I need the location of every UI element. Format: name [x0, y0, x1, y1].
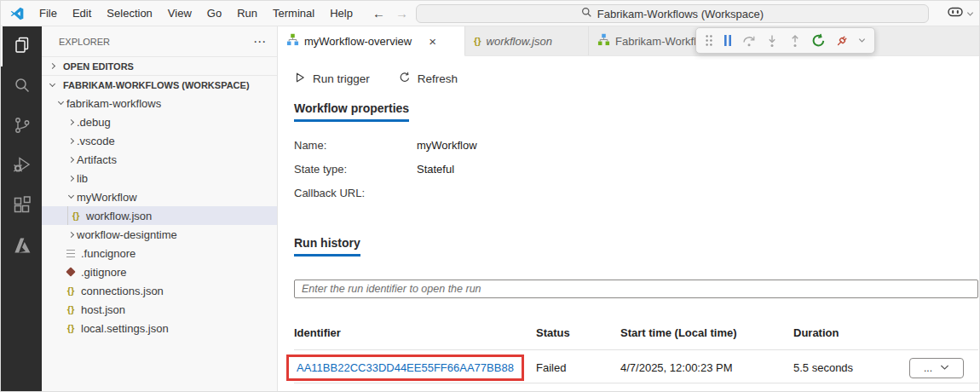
source-control-icon — [12, 115, 32, 139]
activity-extensions[interactable] — [1, 187, 42, 227]
tree-item-vscode-folder[interactable]: .vscode — [42, 131, 277, 150]
properties-list: Name: myWorkflow State type: Stateful Ca… — [294, 139, 977, 200]
tree-item-gitignore[interactable]: .gitignore — [42, 262, 277, 281]
activity-search[interactable] — [1, 66, 42, 107]
activity-bar — [1, 26, 42, 392]
cell-identifier: AA11BB22CC33DD44EE55FF66AA77BB88 — [294, 350, 536, 383]
tree-item-connections-json[interactable]: {} connections.json — [42, 281, 277, 300]
chevron-down-icon[interactable] — [858, 37, 866, 44]
activity-run-debug[interactable] — [1, 147, 42, 187]
back-arrow-icon[interactable]: ← — [372, 6, 385, 20]
chevron-right-icon — [68, 118, 74, 124]
refresh-button[interactable]: Refresh — [399, 72, 458, 86]
tree-item-workflow-json[interactable]: {} workflow.json — [42, 206, 277, 225]
menu-go[interactable]: Go — [199, 1, 229, 26]
chevron-down-icon — [68, 193, 74, 199]
sidebar-title-row: EXPLORER ⋯ — [42, 26, 277, 56]
braces-icon: {} — [474, 36, 481, 46]
forward-arrow-icon[interactable]: → — [395, 6, 408, 20]
tree-item-myworkflow-folder[interactable]: myWorkflow — [42, 187, 277, 206]
run-identifier-link[interactable]: AA11BB22CC33DD44EE55FF66AA77BB88 — [297, 361, 514, 374]
copilot-menu[interactable] — [947, 3, 974, 24]
column-header-status: Status — [536, 326, 620, 350]
braces-icon: {} — [64, 323, 78, 333]
menu-help[interactable]: Help — [322, 1, 360, 26]
tab-myworkflow-overview[interactable]: myWorkflow-overview × — [278, 26, 465, 56]
tree-item-debug-folder[interactable]: .debug — [42, 112, 277, 131]
menu-selection[interactable]: Selection — [99, 1, 159, 26]
section-workspace[interactable]: FABRIKAM-WORKFLOWS (WORKSPACE) — [42, 75, 277, 94]
menu-edit[interactable]: Edit — [65, 1, 99, 26]
step-out-icon[interactable] — [788, 34, 802, 48]
tree-item-fabrikam-workflows[interactable]: fabrikam-workflows — [42, 94, 277, 112]
command-row: Run trigger Refresh — [294, 69, 977, 88]
tree-item-label: .debug — [77, 116, 111, 129]
activity-explorer[interactable] — [1, 26, 42, 66]
menu-view[interactable]: View — [160, 1, 199, 26]
chevron-down-icon — [58, 99, 64, 105]
refresh-label: Refresh — [418, 72, 458, 85]
column-header-start-time: Start time (Local time) — [620, 326, 793, 350]
property-row-name: Name: myWorkflow — [294, 139, 977, 153]
activity-azure[interactable] — [1, 227, 42, 267]
drag-grip-icon[interactable] — [705, 34, 713, 47]
chevron-down-icon — [49, 80, 55, 86]
run-actions-button[interactable]: ... — [909, 358, 964, 378]
close-icon[interactable]: × — [429, 34, 436, 49]
tree-item-local-settings-json[interactable]: {} local.settings.json — [42, 319, 277, 337]
disconnect-icon[interactable] — [835, 34, 849, 48]
tree-item-label: local.settings.json — [81, 322, 169, 335]
tab-workflow-json[interactable]: {} workflow.json — [465, 26, 589, 55]
tree-item-host-json[interactable]: {} host.json — [42, 300, 277, 319]
git-diamond-icon — [64, 268, 78, 275]
chevron-right-icon — [68, 231, 74, 237]
property-label: Name: — [294, 139, 417, 153]
explorer-sidebar: EXPLORER ⋯ OPEN EDITORS FABRIKAM-WORKFLO… — [42, 26, 278, 392]
highlight-box: AA11BB22CC33DD44EE55FF66AA77BB88 — [286, 355, 524, 381]
menu-terminal[interactable]: Terminal — [265, 1, 322, 26]
run-trigger-button[interactable]: Run trigger — [294, 72, 370, 86]
cell-actions: ... — [909, 350, 978, 383]
tree-item-artifacts-folder[interactable]: Artifacts — [42, 150, 277, 169]
tree-item-lib-folder[interactable]: lib — [42, 169, 277, 187]
workflow-overview-page: Run trigger Refresh Workflow properties … — [278, 56, 980, 392]
tree-item-workflow-designtime-folder[interactable]: workflow-designtime — [42, 225, 277, 244]
section-open-editors[interactable]: OPEN EDITORS — [42, 56, 277, 75]
property-label: Callback URL: — [294, 187, 417, 200]
debug-toolbar — [695, 27, 875, 54]
activity-source-control[interactable] — [1, 107, 42, 147]
command-center-label: Fabrikam-Workflows (Workspace) — [597, 8, 764, 20]
chevron-right-icon — [68, 175, 74, 181]
editor-group: myWorkflow-overview × {} workflow.json F… — [278, 26, 980, 392]
tree-item-funcignore[interactable]: .funcignore — [42, 244, 277, 262]
tree-item-label: fabrikam-workflows — [66, 97, 161, 110]
cell-duration: 5.5 seconds — [793, 350, 909, 383]
column-header-duration: Duration — [793, 326, 909, 350]
tree-item-label: connections.json — [81, 285, 164, 297]
menu-run[interactable]: Run — [229, 1, 265, 26]
search-icon — [581, 7, 592, 20]
chevron-down-icon — [940, 362, 949, 374]
workflow-icon — [597, 33, 610, 49]
step-into-icon[interactable] — [765, 34, 779, 48]
menu-file[interactable]: File — [32, 1, 65, 26]
section-label: FABRIKAM-WORKFLOWS (WORKSPACE) — [63, 80, 250, 90]
command-center-search[interactable]: Fabrikam-Workflows (Workspace) — [416, 4, 929, 23]
braces-icon: {} — [69, 210, 83, 221]
extensions-icon — [12, 195, 32, 219]
pause-icon[interactable] — [723, 34, 733, 47]
restart-icon[interactable] — [811, 33, 826, 48]
workflow-properties-heading: Workflow properties — [294, 101, 409, 122]
step-over-icon[interactable] — [742, 34, 756, 48]
play-icon — [294, 72, 306, 86]
chevron-right-icon — [49, 63, 55, 69]
tree-item-label: workflow-designtime — [77, 228, 177, 241]
search-icon — [12, 75, 32, 99]
run-identifier-input[interactable] — [294, 280, 978, 298]
tree-item-label: .funcignore — [81, 247, 135, 260]
chevron-down-icon — [966, 6, 974, 21]
sidebar-title: EXPLORER — [59, 37, 110, 47]
tab-label: workflow.json — [487, 35, 552, 48]
more-actions-icon[interactable]: ⋯ — [253, 34, 267, 49]
menu-bar: File Edit Selection View Go Run Terminal… — [32, 1, 360, 26]
